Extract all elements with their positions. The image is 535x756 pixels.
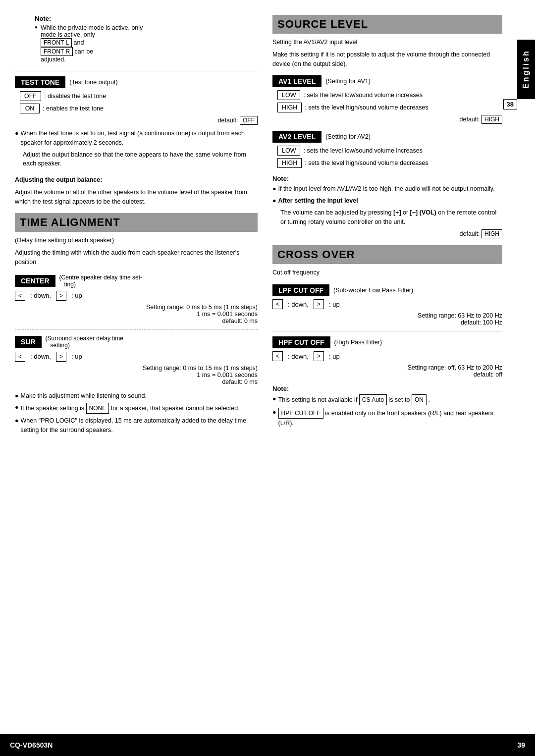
front-r-box: FRONT R [41, 47, 73, 56]
time-alignment-title: TIME ALIGNMENT [20, 216, 253, 229]
av2-row: AV2 LEVEL (Setting for AV2) [272, 131, 502, 143]
av1-default-box: HIGH [482, 115, 502, 124]
off-desc: : disables the test tone [44, 93, 106, 100]
language-label: English [522, 50, 531, 89]
av2-low-desc: : sets the level low/sound volume increa… [303, 147, 422, 154]
test-tone-label: TEST TONE [15, 76, 65, 88]
up-arrow-lpf: > [314, 299, 324, 309]
av1-high-box: HIGH [277, 103, 302, 112]
hpf-range: Setting range: off, 63 Hz to 200 Hz defa… [272, 364, 502, 378]
time-alignment-header: TIME ALIGNMENT [15, 213, 258, 232]
cross-note-bullet2: ● HPF CUT OFF is enabled only on the fro… [272, 408, 502, 428]
up-arrow-hpf: > [314, 351, 324, 361]
down-arrow-lpf: < [272, 299, 283, 309]
note-bullet: While the private mode is active, only m… [35, 24, 258, 63]
hpf-row: HPF CUT OFF (High Pass Filter) [272, 336, 502, 348]
lpf-row: LPF CUT OFF (Sub-woofer Low Pass Filter) [272, 284, 502, 296]
bottom-page-number: 39 [517, 741, 525, 749]
hpf-desc: (High Pass Filter) [334, 339, 382, 346]
divider-2 [15, 329, 258, 330]
av2-low-row: LOW : sets the level low/sound volume in… [277, 146, 502, 156]
source-default-box: HIGH [482, 229, 502, 238]
lpf-desc: (Sub-woofer Low Pass Filter) [333, 287, 413, 294]
av1-high-row: HIGH : sets the level high/sound volume … [277, 103, 502, 112]
av1-desc: (Setting for AV1) [325, 78, 371, 85]
ta-bullets: ● Make this adjustment while listening t… [15, 391, 258, 435]
av2-low-box: LOW [277, 146, 300, 156]
on-desc: : enables the test tone [43, 105, 104, 112]
sur-desc: (Surround speaker delay time setting) [46, 335, 123, 349]
cross-over-subtitle: Cut off frequency [272, 268, 502, 277]
center-range: Setting range: 0 ms to 5 ms (1 ms steps)… [15, 304, 258, 324]
source-note-title: Note: [272, 175, 502, 182]
page-number: 38 [507, 101, 514, 108]
hpf-arrows: < : down, > : up [272, 351, 502, 361]
down-arrow-center: < [15, 291, 25, 301]
av2-high-row: HIGH : sets the level high/sound volume … [277, 158, 502, 168]
adjusting-body: Adjust the volume of all of the other sp… [15, 188, 258, 207]
ta-bullet-1: ● Make this adjustment while listening t… [15, 391, 258, 401]
hpf-label: HPF CUT OFF [272, 336, 330, 348]
hpf-cutoff-box: HPF CUT OFF [278, 408, 323, 419]
cross-over-section: CROSS OVER Cut off frequency LPF CUT OFF… [272, 245, 502, 428]
av2-desc: (Setting for AV2) [325, 133, 371, 140]
av2-high-box: HIGH [277, 158, 302, 168]
sur-arrows: < : down, > : up [15, 352, 258, 362]
source-level-subtitle: Setting the AV1/AV2 input level [272, 38, 502, 47]
center-label: CENTER [15, 275, 55, 287]
source-level-section: SOURCE LEVEL Setting the AV1/AV2 input l… [272, 15, 502, 238]
source-level-header: SOURCE LEVEL [272, 15, 502, 34]
adjusting-title: Adjusting the output balance: [15, 175, 258, 185]
test-tone-default: default: OFF [15, 116, 258, 125]
ta-desc1: (Delay time setting of each speaker) [15, 236, 258, 245]
av1-high-desc: : sets the level high/sound volume decre… [305, 104, 428, 111]
sur-row: SUR (Surround speaker delay time setting… [15, 335, 258, 349]
center-arrows: < : down, > : up [15, 291, 258, 301]
av1-low-row: LOW : sets the level low/sound volume in… [277, 90, 502, 100]
source-level-title: SOURCE LEVEL [277, 18, 497, 31]
test-tone-body2: Adjust the output balance so that the to… [23, 150, 258, 169]
av2-label: AV2 LEVEL [272, 131, 321, 143]
source-default: default: HIGH [272, 229, 502, 238]
cross-note: Note: ● This setting is not available if… [272, 385, 502, 428]
cross-note-title: Note: [272, 385, 502, 392]
cs-auto-box: CS Auto [359, 394, 387, 405]
test-tone-on-row: ON : enables the test tone [20, 104, 258, 113]
cross-over-title: CROSS OVER [277, 248, 497, 261]
test-tone-off-row: OFF : disables the test tone [20, 91, 258, 101]
right-column: SOURCE LEVEL Setting the AV1/AV2 input l… [272, 15, 507, 726]
page-number-box: 38 [503, 99, 517, 109]
ta-bullet-2: ● If the speaker setting is NONE for a s… [15, 403, 258, 414]
center-row: CENTER (Centre speaker delay time set- t… [15, 274, 258, 288]
source-note-bullet2: ● After setting the input level [272, 196, 502, 206]
divider-3 [272, 331, 502, 331]
model-name: CQ-VD6503N [10, 741, 53, 749]
ta-bullet-3: ● When "PRO LOGIC" is displayed, 15 ms a… [15, 416, 258, 435]
av1-default: default: HIGH [272, 115, 502, 124]
source-note: Note: ● If the input level from AV1/AV2 … [272, 175, 502, 238]
sur-label: SUR [15, 336, 42, 348]
source-level-body: Make this setting if it is not possible … [272, 50, 502, 69]
lpf-label: LPF CUT OFF [272, 284, 329, 296]
front-l-box: FRONT L [41, 38, 72, 47]
divider-1 [15, 71, 258, 71]
ta-desc2: Adjusting the timing with which the audi… [15, 248, 258, 267]
up-arrow-center: > [56, 291, 66, 301]
test-tone-body1: ● When the test tone is set to on, test … [15, 129, 258, 148]
sur-range: Setting range: 0 ms to 15 ms (1 ms steps… [15, 365, 258, 385]
av1-low-box: LOW [277, 90, 300, 100]
lpf-arrows: < : down, > : up [272, 299, 502, 309]
cross-note-bullet1: ● This setting is not available if CS Au… [272, 394, 502, 405]
cross-over-header: CROSS OVER [272, 245, 502, 264]
bottom-bar: CQ-VD6503N 39 [0, 734, 535, 756]
note-section: Note: While the private mode is active, … [15, 15, 258, 63]
av1-row: AV1 LEVEL (Setting for AV1) [272, 75, 502, 87]
av1-label: AV1 LEVEL [272, 75, 321, 87]
lpf-range: Setting range: 63 Hz to 200 Hz default: … [272, 312, 502, 326]
language-tab: English [517, 40, 535, 99]
default-val-box: OFF [240, 116, 258, 125]
on-box-cross: ON [412, 394, 427, 405]
none-box: NONE [86, 403, 109, 414]
test-tone-desc: (Test tone output) [69, 79, 117, 86]
down-arrow-sur: < [15, 352, 25, 362]
